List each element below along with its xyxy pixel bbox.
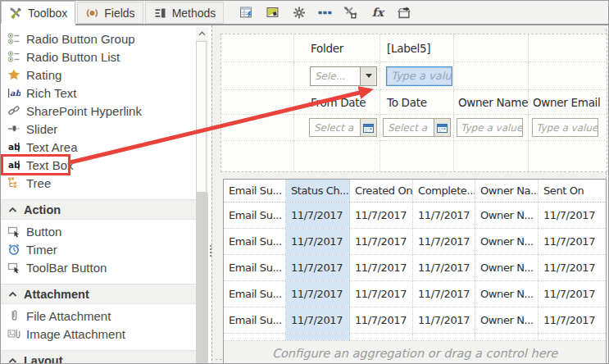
rich-text-icon: ab — [7, 86, 20, 99]
toolbox-item-timer[interactable]: Timer — [1, 240, 196, 258]
configure-tools-icon[interactable] — [342, 3, 361, 21]
toolbox-item-text-box[interactable]: abText Box — [1, 156, 196, 174]
toolbox-item-file-attachment[interactable]: File Attachment — [1, 307, 196, 325]
table-cell: Email Su... — [224, 307, 286, 333]
toolbox-item-sharepoint-hyperlink[interactable]: SharePoint Hyperlink — [1, 102, 196, 120]
column-header-sent-on[interactable]: Sent On — [539, 180, 606, 202]
tab-methods[interactable]: Methods — [145, 2, 225, 24]
owner-name-label[interactable]: Owner Name — [454, 96, 528, 109]
aggregation-drop-area[interactable]: Configure an aggregation or drag a contr… — [224, 341, 606, 364]
folder-label[interactable]: Folder — [294, 42, 343, 55]
table-cell: 11/7/2017 — [539, 307, 606, 333]
table-row[interactable]: Email Su...11/7/201711/7/201711/7/2017Ow… — [224, 255, 606, 281]
scroll-up-icon[interactable] — [196, 27, 208, 39]
textbox-placeholder: Type a value — [457, 122, 522, 134]
list-view-settings-icon[interactable] — [237, 3, 256, 21]
toolbox-item-rich-text[interactable]: abRich Text — [1, 84, 196, 102]
section-header-layout[interactable]: Layout — [1, 350, 196, 364]
toolbox-item-label: ToolBar Button — [26, 261, 107, 275]
table-cell: 11/7/2017 — [539, 202, 606, 228]
from-date-label[interactable]: From Date — [294, 96, 366, 109]
toolbox-item-rating[interactable]: Rating — [1, 66, 196, 84]
column-header-status-ch[interactable]: Status Ch... — [286, 180, 350, 202]
from-date-picker[interactable]: Select a — [309, 118, 377, 137]
table-row[interactable]: Email Su...11/7/201711/7/201711/7/2017Ow… — [224, 281, 606, 307]
grid-cell: From Date — [294, 90, 380, 115]
grid-cell: Type a value — [454, 115, 529, 141]
gear-icon[interactable] — [289, 3, 308, 21]
tab-fields[interactable]: Fields — [77, 2, 143, 24]
toolbox-item-label: File Attachment — [26, 309, 111, 323]
toolbox-item-text-area[interactable]: abText Area — [1, 138, 196, 156]
owner-email-label[interactable]: Owner Email — [529, 96, 601, 109]
rating-star-icon — [7, 68, 20, 81]
edit-view-icon[interactable] — [263, 3, 282, 21]
expression-fx-icon[interactable]: fx — [368, 3, 387, 21]
textbox-placeholder: Type a value — [533, 122, 598, 134]
toolbox-item-tree[interactable]: Tree — [1, 174, 196, 192]
table-cell: 11/7/2017 — [413, 229, 475, 254]
toolbox-item-radio-button-group[interactable]: Radio Button Group — [1, 30, 196, 48]
tab-label: Fields — [104, 7, 134, 20]
scrollbar-track[interactable] — [196, 193, 208, 364]
table-cell: 11/7/2017 — [539, 281, 606, 307]
toolbox-item-label: Image Attachment — [26, 327, 125, 341]
table-cell: 11/7/2017 — [350, 229, 413, 254]
table-cell: 11/7/2017 — [350, 255, 413, 280]
toolbox-item-label: Slider — [26, 122, 57, 136]
owner-email-textbox[interactable]: Type a value — [532, 118, 598, 137]
toolbox-item-image-attachment[interactable]: Image Attachment — [1, 325, 196, 343]
list-view: Email Su...Status Ch...Created OnComplet… — [223, 179, 607, 364]
toolbox-item-button[interactable]: Button — [1, 222, 196, 240]
table-cell: Email Su... — [224, 255, 286, 280]
table-row[interactable]: Email Su...11/7/201711/7/201711/7/2017Ow… — [224, 229, 606, 255]
toolbox-item-slider[interactable]: Slider — [1, 120, 196, 138]
column-header-owner-na[interactable]: Owner Na... — [475, 180, 539, 202]
publish-icon[interactable] — [394, 3, 413, 21]
list-view-body: Email Su...11/7/201711/7/201711/7/2017Ow… — [224, 202, 606, 334]
dropdown-arrow-icon[interactable] — [360, 67, 376, 85]
column-header-complete[interactable]: Complete... — [413, 180, 475, 202]
column-header-created-on[interactable]: Created On — [350, 180, 413, 202]
toolbox-item-radio-button-list[interactable]: Radio Button List — [1, 48, 196, 66]
label5-label[interactable]: [Label5] — [380, 42, 430, 55]
to-date-picker[interactable]: Select a — [383, 118, 451, 137]
sidebar-scrollbar[interactable] — [196, 27, 208, 364]
column-header-email-su[interactable]: Email Su... — [224, 180, 286, 202]
calendar-icon[interactable] — [360, 119, 376, 136]
toolbar-icon-strip: fx — [237, 1, 413, 24]
grid-cell: Select a — [380, 115, 454, 141]
form-layout-grid: Folder [Label5] Sele... Type a value — [220, 34, 607, 172]
radio-button-group-icon — [7, 32, 20, 45]
table-cell: 11/7/2017 — [350, 307, 413, 333]
label5-textbox-selected[interactable]: Type a value — [386, 66, 452, 86]
grid-cell: To Date — [380, 90, 454, 115]
splitter-grip[interactable] — [210, 245, 211, 258]
section-header-action[interactable]: Action — [1, 199, 196, 220]
owner-name-textbox[interactable]: Type a value — [457, 118, 523, 137]
table-cell: 11/7/2017 — [413, 307, 475, 333]
table-cell: 11/7/2017 — [413, 255, 475, 280]
calendar-icon[interactable] — [434, 119, 450, 136]
toolbox-item-toolbar-button[interactable]: ToolBar Button — [1, 258, 196, 276]
table-cell — [350, 334, 413, 340]
folder-dropdown[interactable]: Sele... — [310, 66, 377, 86]
tab-toolbox[interactable]: Toolbox — [1, 1, 75, 24]
toolbox-item-label: Button — [26, 225, 61, 239]
grid-cell — [529, 34, 607, 62]
section-header-attachment[interactable]: Attachment — [1, 284, 196, 304]
scrollbar-thumb[interactable] — [196, 41, 207, 193]
to-date-label[interactable]: To Date — [380, 96, 427, 109]
section-header-label: Layout — [24, 354, 63, 364]
toolbox-item-label: Radio Button List — [26, 50, 120, 64]
more-options-icon[interactable] — [316, 3, 334, 21]
table-cell: 11/7/2017 — [539, 229, 606, 254]
toolbar-button-icon — [7, 261, 20, 274]
toolbox-item-label: Text Box — [26, 158, 74, 172]
tab-label: Toolbox — [28, 7, 67, 20]
table-row[interactable]: Email Su...11/7/201711/7/201711/7/2017Ow… — [224, 307, 606, 334]
text-box-icon: ab — [7, 158, 20, 171]
table-row[interactable]: Email Su...11/7/201711/7/201711/7/2017Ow… — [224, 202, 606, 229]
grid-cell — [294, 141, 380, 171]
toolbox-item-label: Text Area — [26, 140, 78, 154]
